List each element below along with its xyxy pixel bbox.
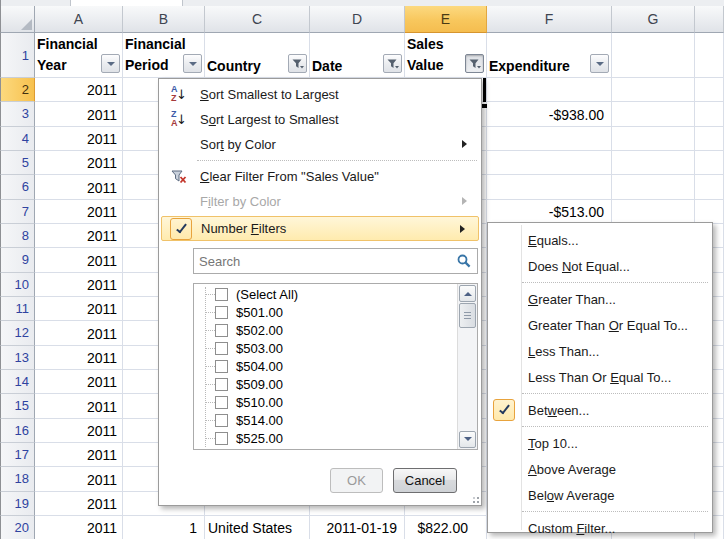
active-cell-fill-handle[interactable] xyxy=(482,104,487,108)
cell-D1[interactable]: Date xyxy=(310,33,405,78)
menu-item-number-filters[interactable]: Number Filters xyxy=(161,216,479,241)
filter-button-f[interactable] xyxy=(590,54,609,73)
cell-F4[interactable] xyxy=(487,127,612,151)
cell-G1[interactable] xyxy=(612,33,695,78)
row-header-8[interactable]: 8 xyxy=(0,224,35,248)
scroll-down-button[interactable] xyxy=(459,431,476,448)
cell-G2[interactable] xyxy=(612,78,695,102)
filter-value-501-00[interactable]: $501.00 xyxy=(194,303,456,321)
checkbox-unchecked[interactable] xyxy=(215,324,228,337)
cell-F2[interactable] xyxy=(487,78,612,102)
filter-button-a[interactable] xyxy=(101,54,120,73)
cell-A6[interactable]: 2011 xyxy=(35,175,123,199)
cell-E1[interactable]: SalesValue xyxy=(405,33,487,78)
ok-button[interactable]: OK xyxy=(330,468,383,493)
row-header-20[interactable]: 20 xyxy=(0,516,35,539)
cell-A1[interactable]: FinancialYear xyxy=(35,33,123,78)
cell-F6[interactable] xyxy=(487,175,612,199)
cell-H5[interactable] xyxy=(695,151,724,175)
submenu-item-above-average[interactable]: Above Average xyxy=(488,456,712,482)
column-header-d[interactable]: D xyxy=(310,6,405,33)
submenu-item-greater-than[interactable]: Greater Than... xyxy=(488,286,712,312)
filter-value-504-00[interactable]: $504.00 xyxy=(194,357,456,375)
cell-A18[interactable]: 2011 xyxy=(35,467,123,491)
submenu-item-less-than[interactable]: Less Than... xyxy=(488,338,712,364)
row-header-1[interactable]: 1 xyxy=(0,33,35,78)
cell-G3[interactable] xyxy=(612,102,695,126)
cell-G5[interactable] xyxy=(612,151,695,175)
checkbox-unchecked[interactable] xyxy=(215,396,228,409)
column-header-a[interactable]: A xyxy=(35,6,123,33)
cell-A19[interactable]: 2011 xyxy=(35,492,123,516)
cell-A11[interactable]: 2011 xyxy=(35,297,123,321)
cell-A13[interactable]: 2011 xyxy=(35,346,123,370)
submenu-item-does-not-equal[interactable]: Does Not Equal... xyxy=(488,253,712,279)
filter-value-partial[interactable] xyxy=(194,447,456,449)
menu-item-clear-filter-from-sales-value[interactable]: Clear Filter From "Sales Value" xyxy=(160,164,480,189)
cell-H1[interactable] xyxy=(695,33,724,78)
cell-A16[interactable]: 2011 xyxy=(35,419,123,443)
cell-G6[interactable] xyxy=(612,175,695,199)
row-header-5[interactable]: 5 xyxy=(0,151,35,175)
row-header-2[interactable]: 2 xyxy=(0,78,35,102)
scrollbar-thumb[interactable] xyxy=(459,303,476,328)
scroll-up-button[interactable] xyxy=(459,285,476,302)
menu-item-sort-by-color[interactable]: Sort by Color xyxy=(160,132,480,157)
cell-H2[interactable] xyxy=(695,78,724,102)
submenu-item-less-than-or-equal-to[interactable]: Less Than Or Equal To... xyxy=(488,364,712,390)
cell-A9[interactable]: 2011 xyxy=(35,248,123,272)
submenu-item-below-average[interactable]: Below Average xyxy=(488,482,712,508)
cell-A10[interactable]: 2011 xyxy=(35,273,123,297)
cell-G4[interactable] xyxy=(612,127,695,151)
cell-B1[interactable]: FinancialPeriod xyxy=(123,33,205,78)
filter-value-select-all[interactable]: (Select All) xyxy=(194,285,456,303)
row-header-3[interactable]: 3 xyxy=(0,102,35,126)
checkbox-unchecked[interactable] xyxy=(215,432,228,445)
cell-A5[interactable]: 2011 xyxy=(35,151,123,175)
cell-F3[interactable]: -$938.00 xyxy=(487,102,612,126)
cell-A2[interactable]: 2011 xyxy=(35,78,123,102)
cell-A8[interactable]: 2011 xyxy=(35,224,123,248)
submenu-item-custom-filter[interactable]: Custom Filter... xyxy=(488,515,712,539)
cell-H3[interactable] xyxy=(695,102,724,126)
cell-H7[interactable] xyxy=(695,200,724,224)
menu-item-sort-largest-to-smallest[interactable]: ZA↓Sort Largest to Smallest xyxy=(160,107,480,132)
submenu-item-between[interactable]: Between... xyxy=(488,397,712,423)
row-header-16[interactable]: 16 xyxy=(0,419,35,443)
cell-A12[interactable]: 2011 xyxy=(35,321,123,345)
cell-F7[interactable]: -$513.00 xyxy=(487,200,612,224)
filter-button-c[interactable] xyxy=(288,54,307,73)
cell-G7[interactable] xyxy=(612,200,695,224)
cell-D20[interactable]: 2011-01-19 xyxy=(310,516,405,539)
cell-A17[interactable]: 2011 xyxy=(35,443,123,467)
checkbox-unchecked[interactable] xyxy=(215,360,228,373)
column-header-f[interactable]: F xyxy=(487,6,612,33)
filter-value-525-00[interactable]: $525.00 xyxy=(194,429,456,447)
row-header-6[interactable]: 6 xyxy=(0,175,35,199)
checkbox-unchecked[interactable] xyxy=(215,288,228,301)
cell-C1[interactable]: Country xyxy=(205,33,310,78)
filter-value-514-00[interactable]: $514.00 xyxy=(194,411,456,429)
list-scrollbar[interactable] xyxy=(457,284,477,449)
cell-B20[interactable]: 1 xyxy=(123,516,205,539)
cell-A15[interactable]: 2011 xyxy=(35,394,123,418)
row-header-7[interactable]: 7 xyxy=(0,200,35,224)
cell-A14[interactable]: 2011 xyxy=(35,370,123,394)
menu-item-filter-by-color[interactable]: Filter by Color xyxy=(160,189,480,214)
column-header-e[interactable]: E xyxy=(405,6,487,33)
checkbox-unchecked[interactable] xyxy=(215,342,228,355)
filter-value-510-00[interactable]: $510.00 xyxy=(194,393,456,411)
checkbox-unchecked[interactable] xyxy=(215,378,228,391)
filter-value-502-00[interactable]: $502.00 xyxy=(194,321,456,339)
checkbox-unchecked[interactable] xyxy=(215,306,228,319)
cell-H4[interactable] xyxy=(695,127,724,151)
cell-A4[interactable]: 2011 xyxy=(35,127,123,151)
row-header-15[interactable]: 15 xyxy=(0,394,35,418)
column-header-partial[interactable] xyxy=(695,6,724,33)
filter-value-503-00[interactable]: $503.00 xyxy=(194,339,456,357)
submenu-item-equals[interactable]: Equals... xyxy=(488,227,712,253)
submenu-item-top-10[interactable]: Top 10... xyxy=(488,430,712,456)
search-input[interactable] xyxy=(194,254,457,269)
row-header-11[interactable]: 11 xyxy=(0,297,35,321)
row-header-12[interactable]: 12 xyxy=(0,321,35,345)
